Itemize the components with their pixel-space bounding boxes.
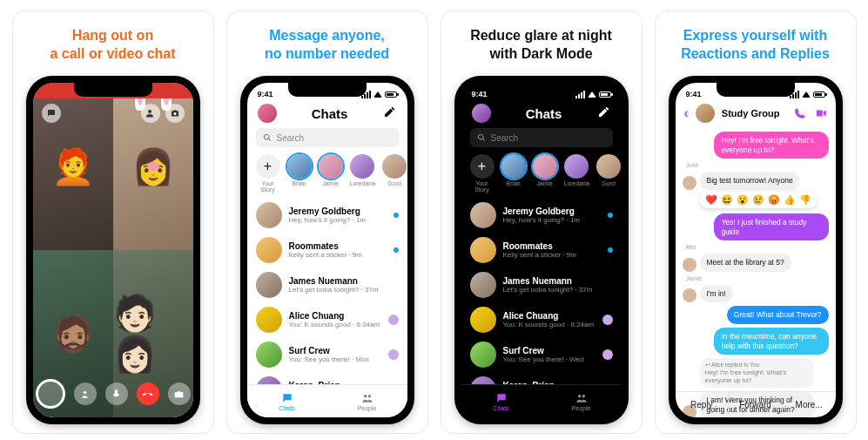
chat-row[interactable]: Alice ChuangYou: K sounds good · 8:24am bbox=[247, 302, 407, 337]
chat-row[interactable]: Jeremy GoldbergHey, how's it going? · 1m bbox=[247, 198, 407, 233]
notch bbox=[74, 83, 152, 97]
message-sent[interactable]: Hey! I'm free tonight. What's everyone u… bbox=[714, 132, 828, 159]
message-sent[interactable]: Great! What about Trevor? bbox=[727, 306, 829, 324]
profile-avatar[interactable] bbox=[258, 104, 277, 123]
reply-hint: ↩ Alice replied to You bbox=[705, 362, 809, 369]
seen-avatar-icon bbox=[388, 349, 399, 360]
chat-row[interactable]: Alice ChuangYou: K sounds good · 8:24am bbox=[461, 302, 622, 337]
search-input[interactable]: Search bbox=[256, 128, 399, 147]
story-item[interactable]: Gord bbox=[382, 154, 407, 193]
story-item[interactable]: Brian bbox=[501, 154, 526, 193]
chat-row[interactable]: Jeremy GoldbergHey, how's it going? · 1m bbox=[461, 198, 622, 233]
caption: Message anyone, no number needed bbox=[265, 27, 389, 65]
chat-name: Roommates bbox=[289, 241, 387, 251]
reaction-icon[interactable]: 👎 bbox=[799, 194, 811, 206]
story-item[interactable]: Loredana bbox=[350, 154, 376, 193]
capture-button[interactable] bbox=[36, 379, 65, 409]
reaction-picker[interactable]: ❤️😆😮😢😡👍👎 bbox=[700, 192, 817, 208]
story-label: Your Story bbox=[470, 180, 495, 193]
chat-subtitle: You: K sounds good · 8:24am bbox=[289, 321, 381, 328]
chat-row[interactable]: James NuemannLet's get boba tonight? · 3… bbox=[461, 267, 622, 302]
chat-row[interactable]: Surf CrewYou: See you there! · Mon bbox=[247, 337, 407, 372]
reaction-icon[interactable]: 😢 bbox=[752, 194, 764, 206]
reaction-icon[interactable]: 😮 bbox=[737, 194, 749, 206]
search-input[interactable]: Search bbox=[470, 128, 613, 147]
svg-point-1 bbox=[173, 112, 176, 115]
camera-icon[interactable] bbox=[165, 104, 185, 123]
effects-button[interactable] bbox=[74, 382, 97, 405]
reaction-icon[interactable]: 😡 bbox=[768, 194, 780, 206]
chat-subtitle: Let's get boba tonight? · 37m bbox=[289, 286, 399, 294]
unread-dot-icon bbox=[608, 213, 613, 218]
chat-avatar bbox=[470, 307, 496, 333]
people-icon bbox=[361, 392, 373, 404]
story-item[interactable]: Jamie bbox=[319, 154, 343, 193]
compose-button[interactable] bbox=[383, 105, 397, 122]
phone-frame: 9:41 Chats Search +Your StoryBrianJamieL… bbox=[454, 76, 629, 424]
unread-dot-icon bbox=[394, 213, 399, 218]
back-button[interactable]: ‹ bbox=[684, 105, 689, 121]
chat-row[interactable]: RoommatesKelly sent a sticker · 9m bbox=[461, 233, 622, 267]
promo-panel-conversation: Express yourself with Reactions and Repl… bbox=[655, 10, 857, 434]
message-sent[interactable]: Yes! I just finished a study guide bbox=[714, 213, 828, 240]
chat-avatar bbox=[470, 202, 496, 228]
story-item[interactable]: +Your Story bbox=[470, 154, 495, 193]
chat-avatar bbox=[256, 272, 282, 298]
chat-avatar bbox=[470, 272, 496, 298]
tab-bar: Chats People bbox=[247, 384, 407, 417]
message-sent[interactable]: In the meantime, can anyone help with th… bbox=[714, 328, 828, 355]
reaction-icon[interactable]: 😆 bbox=[721, 194, 733, 206]
story-item[interactable]: Gord bbox=[596, 154, 621, 193]
tab-chats[interactable]: Chats bbox=[461, 385, 542, 417]
chat-row[interactable]: RoommatesKelly sent a sticker · 9m bbox=[247, 233, 407, 267]
story-item[interactable]: Loredana bbox=[564, 154, 590, 193]
story-label: Brian bbox=[287, 180, 312, 186]
chat-row[interactable]: Surf CrewYou: See you there! · Wed bbox=[461, 337, 622, 372]
chat-name: Jeremy Goldberg bbox=[503, 206, 601, 216]
forward-button[interactable]: Forward bbox=[728, 392, 782, 417]
unread-dot-icon bbox=[394, 247, 399, 253]
notch bbox=[288, 83, 367, 97]
chats-header: Chats bbox=[461, 100, 622, 128]
message-received[interactable]: Big test tomorrow! Anyone bbox=[700, 172, 800, 190]
mute-button[interactable] bbox=[105, 382, 128, 405]
search-placeholder: Search bbox=[491, 133, 519, 143]
audio-call-icon[interactable] bbox=[794, 107, 806, 119]
message-received[interactable]: I'm in! bbox=[700, 285, 733, 303]
chat-avatar bbox=[256, 237, 282, 263]
chat-avatar bbox=[470, 237, 496, 263]
status-time: 9:41 bbox=[258, 90, 273, 98]
flip-camera-button[interactable] bbox=[168, 382, 191, 405]
tab-people[interactable]: People bbox=[542, 385, 622, 417]
story-item[interactable]: Brian bbox=[287, 154, 312, 193]
story-label: Loredana bbox=[564, 180, 590, 186]
video-call-icon[interactable] bbox=[815, 107, 827, 119]
end-call-button[interactable] bbox=[137, 382, 159, 405]
promo-panel-videocall: Hang out on a call or video chat 🧑‍🦰 👩 🧔 bbox=[12, 10, 214, 434]
add-person-icon[interactable] bbox=[141, 104, 160, 123]
more-button[interactable]: More... bbox=[782, 392, 836, 417]
story-label: Loredana bbox=[350, 180, 376, 186]
compose-button[interactable] bbox=[597, 105, 611, 122]
tab-chats[interactable]: Chats bbox=[247, 385, 327, 417]
message-received[interactable]: Meet at the library at 5? bbox=[700, 254, 791, 272]
group-avatar[interactable] bbox=[696, 104, 715, 123]
chat-name: Alice Chuang bbox=[289, 311, 381, 321]
reaction-icon[interactable]: ❤️ bbox=[705, 194, 717, 206]
battery-icon bbox=[385, 91, 397, 98]
chat-row[interactable]: James NuemannLet's get boba tonight? · 3… bbox=[247, 267, 407, 302]
call-bottom-controls bbox=[33, 379, 193, 409]
story-item[interactable]: Jamie bbox=[533, 154, 557, 193]
story-item[interactable]: +Your Story bbox=[256, 154, 280, 193]
sender-avatar bbox=[683, 176, 696, 190]
profile-avatar[interactable] bbox=[472, 104, 491, 123]
conversation-actions bbox=[794, 107, 827, 119]
conversation-header: ‹ Study Group bbox=[676, 100, 836, 128]
tab-people[interactable]: People bbox=[327, 385, 407, 417]
call-top-controls bbox=[42, 104, 185, 123]
chat-subtitle: Hey, how's it going? · 1m bbox=[503, 216, 601, 224]
reply-button[interactable]: Reply bbox=[676, 392, 729, 417]
chat-bubble-icon[interactable] bbox=[42, 104, 61, 123]
reaction-icon[interactable]: 👍 bbox=[784, 194, 796, 206]
sender-label: Josh bbox=[683, 162, 829, 168]
